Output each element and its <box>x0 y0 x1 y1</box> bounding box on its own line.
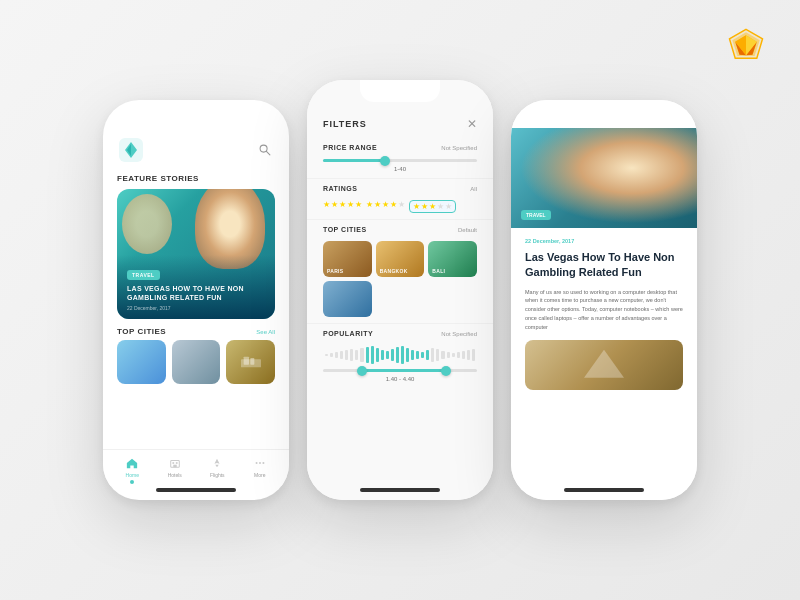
phone-1-content: FEATURE STORIES TRAVEL LAS VEGAS HOW TO … <box>103 100 289 500</box>
popularity-value: Not Specified <box>441 331 477 337</box>
wave-bar-28 <box>467 350 470 360</box>
popularity-thumb-left[interactable] <box>357 366 367 376</box>
scene: FEATURE STORIES TRAVEL LAS VEGAS HOW TO … <box>0 0 800 600</box>
wave-bar-1 <box>330 353 333 357</box>
phone-main: FEATURE STORIES TRAVEL LAS VEGAS HOW TO … <box>103 100 289 500</box>
nav-flights-label: Flights <box>210 472 225 478</box>
price-range-section: PRICE RANGE Not Specified 1-40 <box>307 138 493 179</box>
cities-row <box>103 340 289 384</box>
article-title: Las Vegas How To Have Non Gambling Relat… <box>525 250 683 280</box>
price-range-value: Not Specified <box>441 145 477 151</box>
wave-bar-9 <box>371 346 374 364</box>
home-indicator-3 <box>564 488 644 492</box>
wave-bar-26 <box>457 352 460 358</box>
ratings-row: ★ ★ ★ ★ ★ ★ ★ ★ ★ ★ ★ ★ <box>323 200 477 213</box>
price-slider-track[interactable] <box>323 159 477 162</box>
flights-icon <box>210 456 224 470</box>
wave-bar-23 <box>441 351 444 359</box>
star-3: ★ <box>382 200 389 213</box>
wave-bar-20 <box>426 350 429 360</box>
city-paris-label: PARIS <box>327 268 343 274</box>
home-indicator-2 <box>360 488 440 492</box>
nav-hotels-label: Hotels <box>168 472 182 478</box>
phone-2-content: FILTERS ✕ PRICE RANGE Not Specified 1-40… <box>307 80 493 500</box>
city-thumb-2[interactable] <box>172 340 221 384</box>
city-thumb-1[interactable] <box>117 340 166 384</box>
article-travel-badge: TRAVEL <box>521 210 551 220</box>
ratings-value: All <box>470 186 477 192</box>
popularity-slider-track[interactable] <box>323 369 477 372</box>
sketch-icon <box>728 28 764 60</box>
wave-bar-3 <box>340 351 343 359</box>
star-group-3[interactable]: ★ ★ ★ ★ ★ <box>409 200 456 213</box>
phone-filters: FILTERS ✕ PRICE RANGE Not Specified 1-40… <box>307 80 493 500</box>
popularity-section: POPULARITY Not Specified 1.40 - 4.40 <box>307 324 493 388</box>
popularity-thumb-right[interactable] <box>441 366 451 376</box>
article-body-image <box>525 340 683 390</box>
article-date: 22 December, 2017 <box>525 238 683 244</box>
star-3: ★ <box>429 202 436 211</box>
wave-bar-12 <box>386 351 389 359</box>
nav-flights[interactable]: Flights <box>196 456 239 484</box>
star-2: ★ <box>421 202 428 211</box>
feature-card[interactable]: TRAVEL LAS VEGAS HOW TO HAVE NON GAMBLIN… <box>117 189 275 319</box>
star-5: ★ <box>398 200 405 213</box>
cities-grid: PARIS BANGKOK BALI <box>323 241 477 317</box>
ratings-label: RATINGS <box>323 185 357 192</box>
nav-hotels[interactable]: Hotels <box>154 456 197 484</box>
wave-bar-8 <box>366 347 369 363</box>
star-3: ★ <box>339 200 346 213</box>
wave-bar-5 <box>350 349 353 361</box>
phone-notch-2 <box>360 80 440 102</box>
wave-bar-16 <box>406 348 409 362</box>
app-logo <box>117 136 145 164</box>
wave-bar-29 <box>472 349 475 361</box>
wave-bar-11 <box>381 350 384 360</box>
search-button[interactable] <box>255 140 275 160</box>
city-paris[interactable]: PARIS <box>323 241 372 277</box>
star-group-4[interactable]: ★ ★ ★ ★ ★ <box>366 200 405 213</box>
top-cities-filter-header: TOP CITIES Default <box>323 226 477 233</box>
city-extra[interactable] <box>323 281 372 317</box>
see-all-link[interactable]: See All <box>256 329 275 335</box>
top-cities-filter-section: TOP CITIES Default PARIS BANGKOK BALI <box>307 220 493 324</box>
svg-point-18 <box>255 462 257 464</box>
phone-3-content: TRAVEL 22 December, 2017 Las Vegas How T… <box>511 100 697 500</box>
ratings-header: RATINGS All <box>323 185 477 192</box>
star-1: ★ <box>366 200 373 213</box>
waveform <box>323 345 477 365</box>
wave-bar-10 <box>376 348 379 362</box>
price-range-label: PRICE RANGE <box>323 144 377 151</box>
svg-rect-17 <box>173 465 176 468</box>
wave-bar-6 <box>355 350 358 360</box>
popularity-header: POPULARITY Not Specified <box>323 330 477 337</box>
wave-bar-15 <box>401 346 404 364</box>
city-bangkok[interactable]: BANGKOK <box>376 241 425 277</box>
nav-more[interactable]: More <box>239 456 282 484</box>
wave-bar-18 <box>416 351 419 359</box>
feature-date: 22 December, 2017 <box>127 305 265 311</box>
nav-home[interactable]: Home <box>111 456 154 484</box>
popularity-label: POPULARITY <box>323 330 373 337</box>
wave-bar-25 <box>452 353 455 357</box>
city-thumb-3[interactable] <box>226 340 275 384</box>
city-bali[interactable]: BALI <box>428 241 477 277</box>
star-4: ★ <box>437 202 444 211</box>
city-bangkok-label: BANGKOK <box>380 268 408 274</box>
city-bali-label: BALI <box>432 268 445 274</box>
article-body: 22 December, 2017 Las Vegas How To Have … <box>511 228 697 400</box>
filters-header: FILTERS ✕ <box>307 108 493 138</box>
hotels-icon <box>168 456 182 470</box>
star-2: ★ <box>374 200 381 213</box>
svg-rect-13 <box>250 358 254 365</box>
wave-bar-21 <box>431 348 434 362</box>
svg-line-10 <box>266 151 270 155</box>
wave-bar-14 <box>396 347 399 363</box>
close-button[interactable]: ✕ <box>467 118 477 130</box>
price-slider-value: 1-40 <box>323 166 477 172</box>
more-icon <box>253 456 267 470</box>
app-header <box>103 128 289 170</box>
home-indicator-1 <box>156 488 236 492</box>
nav-more-label: More <box>254 472 265 478</box>
star-group-5[interactable]: ★ ★ ★ ★ ★ <box>323 200 362 213</box>
